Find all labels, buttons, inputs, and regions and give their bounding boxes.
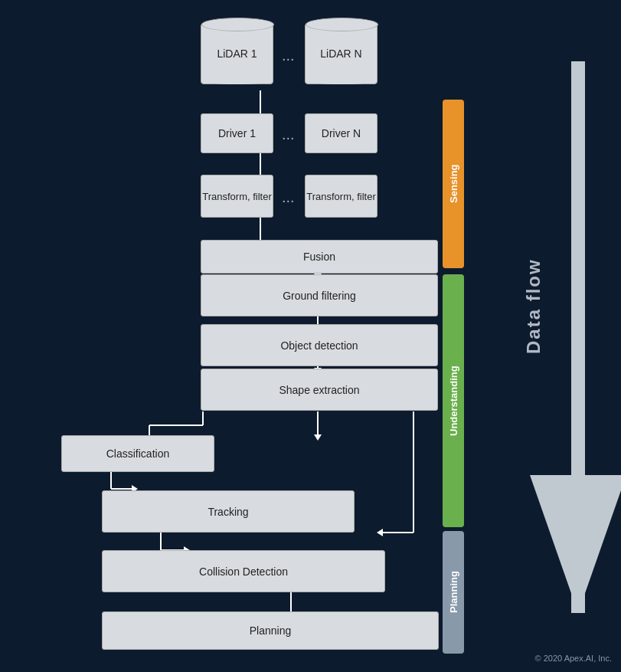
transform-dots: ··· — [282, 192, 295, 209]
lidarN-box: LiDAR N — [305, 23, 378, 84]
collision-detection-box: Collision Detection — [102, 550, 385, 592]
fusion-box: Fusion — [201, 240, 438, 274]
fusion-label: Fusion — [303, 251, 335, 263]
understanding-label: Understanding — [443, 274, 464, 527]
object-detection-label: Object detection — [280, 339, 358, 352]
lidarN-label: LiDAR N — [320, 48, 361, 60]
ground-filtering-label: Ground filtering — [283, 290, 356, 302]
transformN-box: Transform, filter — [305, 175, 378, 218]
driverN-box: Driver N — [305, 113, 378, 153]
data-flow-label: Data flow — [515, 153, 553, 460]
tracking-label: Tracking — [208, 506, 248, 518]
collision-detection-label: Collision Detection — [199, 565, 288, 578]
object-detection-box: Object detection — [201, 324, 438, 366]
planning-side-label: Planning — [443, 531, 464, 654]
svg-marker-20 — [377, 529, 383, 536]
driver-dots: ··· — [282, 129, 295, 146]
sensing-label: Sensing — [443, 100, 464, 268]
planning-label: Planning — [250, 624, 292, 637]
driverN-label: Driver N — [322, 127, 361, 139]
copyright: © 2020 Apex.AI, Inc. — [535, 654, 612, 663]
shape-extraction-box: Shape extraction — [201, 369, 438, 411]
lidar1-box: LiDAR 1 — [201, 23, 273, 84]
transform1-label: Transform, filter — [202, 191, 272, 202]
lidar1-label: LiDAR 1 — [217, 48, 257, 60]
ground-filtering-box: Ground filtering — [201, 274, 438, 316]
lidar-dots: ··· — [282, 50, 295, 67]
tracking-box: Tracking — [102, 490, 355, 533]
diagram: LiDAR 1 ··· LiDAR N Driver 1 ··· Driver … — [0, 0, 621, 672]
planning-box: Planning — [102, 611, 439, 650]
transformN-label: Transform, filter — [306, 191, 376, 202]
classification-label: Classification — [106, 447, 169, 460]
shape-extraction-label: Shape extraction — [279, 384, 359, 396]
driver1-label: Driver 1 — [218, 127, 256, 139]
transform1-box: Transform, filter — [201, 175, 273, 218]
driver1-box: Driver 1 — [201, 113, 273, 153]
svg-marker-14 — [314, 434, 322, 441]
classification-box: Classification — [61, 435, 214, 472]
